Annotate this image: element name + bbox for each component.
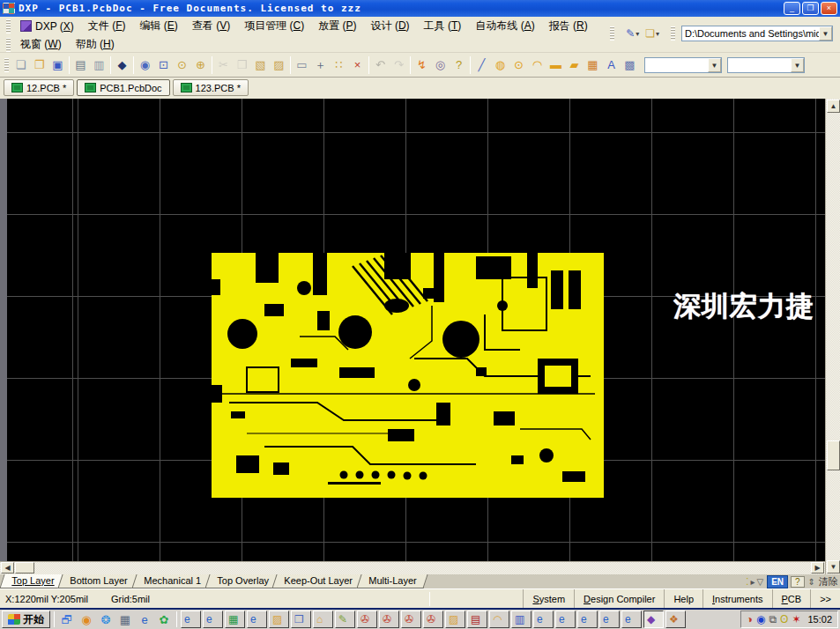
language-badge[interactable]: EN — [767, 575, 788, 588]
layer-tab-multi-layer[interactable]: Multi-Layer — [356, 574, 428, 588]
net-combo[interactable]: ▼ — [644, 57, 722, 73]
task-toolbox-3-button[interactable]: ✇ — [401, 610, 421, 628]
menu-item-a[interactable]: 自动布线 (A) — [468, 17, 541, 35]
print-button[interactable]: ▤ — [71, 56, 90, 74]
layer-tab-bottom-layer[interactable]: Bottom Layer — [58, 574, 140, 588]
document-tab[interactable]: 12.PCB * — [4, 79, 74, 96]
task-ie-5-button[interactable]: e — [555, 610, 576, 628]
paste-array-button[interactable]: ▨ — [270, 56, 288, 74]
tray-bulb-icon[interactable]: ʘ — [780, 614, 788, 625]
paste-button[interactable]: ▧ — [251, 56, 270, 74]
task-toolbox-4-button[interactable]: ✇ — [423, 610, 443, 628]
task-helmet-button[interactable]: ◠ — [489, 610, 509, 628]
menu-item-f[interactable]: 文件 (F) — [81, 17, 133, 35]
find-similar-button[interactable]: ◎ — [431, 56, 450, 74]
scroll-up-icon[interactable]: ▲ — [827, 100, 840, 113]
task-ie-3-button[interactable]: e — [247, 610, 267, 628]
status-panel-system[interactable]: System — [523, 589, 574, 608]
task-ie-4-button[interactable]: e — [533, 610, 554, 628]
place-via-button[interactable]: ⊙ — [509, 56, 528, 74]
task-toolbox-1-button[interactable]: ✇ — [357, 610, 377, 628]
horizontal-scrollbar[interactable]: ◀ ▶ — [0, 561, 825, 574]
task-folder-up-button[interactable]: ⌂ — [313, 610, 333, 628]
menu-item-t[interactable]: 工具 (T) — [417, 17, 469, 35]
show-desktop-icon[interactable]: 🗗 — [58, 610, 76, 628]
document-tab[interactable]: 123.PCB * — [173, 79, 249, 96]
help-badge-icon[interactable]: ? — [791, 576, 805, 588]
measure-tool-button[interactable]: ✎▾ — [623, 26, 642, 41]
status-panel--[interactable]: >> — [810, 589, 840, 608]
place-polygon-button[interactable]: ▰ — [565, 56, 584, 74]
layout-tool-button[interactable]: ❏▾ — [643, 26, 662, 41]
layer-tab-top-layer[interactable]: Top Layer — [0, 574, 66, 588]
place-fill-button[interactable]: ▬ — [546, 56, 565, 74]
menu-item-c[interactable]: 项目管理 (C) — [237, 17, 311, 35]
place-array-button[interactable]: ▦ — [584, 56, 602, 74]
task-folder-2-button[interactable]: ▨ — [445, 610, 465, 628]
close-button[interactable]: × — [821, 2, 837, 15]
restore-button[interactable]: ❐ — [802, 2, 819, 15]
net-combo-dropdown-icon[interactable]: ▼ — [708, 58, 721, 72]
menu-item-d[interactable]: 设计 (D) — [364, 17, 417, 35]
windows-update-icon[interactable]: ✿ — [155, 610, 173, 628]
calculator-icon[interactable]: ▦ — [116, 610, 134, 628]
tray-audio-wave-icon[interactable]: ◉ — [756, 614, 765, 625]
task-books-button[interactable]: ▤ — [467, 610, 487, 628]
pcb-canvas[interactable]: 深圳宏力捷 — [0, 99, 825, 561]
task-book-button[interactable]: ▥ — [511, 610, 532, 628]
task-paint-button[interactable]: ✎ — [335, 610, 355, 628]
browser-button[interactable]: ◆ — [113, 56, 131, 74]
task-spreadsheet-button[interactable]: ▦ — [225, 610, 245, 628]
status-panel-design-compiler[interactable]: Design Compiler — [574, 589, 664, 608]
tray-volume-icon[interactable]: ◑ — [747, 614, 753, 625]
place-component-button[interactable]: ▩ — [621, 56, 639, 74]
task-ie-8-button[interactable]: e — [621, 610, 642, 628]
move-button[interactable]: ＋ — [311, 56, 330, 74]
dropdown-arrow-icon[interactable]: ▾ — [656, 30, 659, 38]
task-dxp-button[interactable]: ◆ — [643, 610, 664, 628]
menu-item-h[interactable]: 帮助 (H) — [69, 35, 122, 54]
menu-item-r[interactable]: 报告 (R) — [542, 17, 595, 35]
menu-item-e[interactable]: 编辑 (E) — [133, 17, 185, 35]
component-combo[interactable]: ▼ — [727, 57, 805, 73]
scroll-left-icon[interactable]: ◀ — [1, 562, 14, 574]
task-ie-2-button[interactable]: e — [203, 610, 223, 628]
interactive-routing-button[interactable]: ↯ — [413, 56, 431, 74]
panel-splitter[interactable] — [0, 99, 7, 561]
status-panel-instruments[interactable]: Instruments — [702, 589, 771, 608]
zoom-document-button[interactable]: ◉ — [136, 56, 154, 74]
filter-icon[interactable]: ▽ — [755, 577, 764, 587]
title-bar[interactable]: DXP - PCB1.PcbDoc - Free Documents. Lice… — [0, 0, 840, 17]
open-button[interactable]: ❐ — [30, 56, 48, 74]
zoom-selected-button[interactable]: ⊙ — [173, 56, 191, 74]
address-combo[interactable]: D:\Documents and Settings\midea\桌面 ▼ — [681, 26, 833, 41]
menu-item-x[interactable]: DXP (X) — [13, 18, 81, 34]
vertical-scroll-thumb[interactable] — [827, 440, 840, 470]
layer-tab-keep-out-layer[interactable]: Keep-Out Layer — [272, 574, 365, 588]
media-player-icon[interactable]: ◉ — [78, 610, 95, 628]
vertical-scrollbar[interactable]: ▲ ▼ — [825, 99, 840, 574]
layer-tab-mechanical-1[interactable]: Mechanical 1 — [131, 574, 212, 588]
place-line-button[interactable]: ╱ — [472, 56, 491, 74]
address-combo-dropdown-icon[interactable]: ▼ — [819, 26, 832, 41]
whats-this-help-button[interactable]: ? — [450, 56, 468, 74]
new-document-button[interactable]: ❏ — [11, 56, 30, 74]
zoom-filtered-button[interactable]: ⊕ — [191, 56, 210, 74]
spinner-icon[interactable]: ⇕ — [807, 577, 816, 587]
task-toolbox-2-button[interactable]: ✇ — [379, 610, 399, 628]
menu-item-w[interactable]: 视窗 (W) — [13, 35, 69, 54]
menu-item-p[interactable]: 放置 (P) — [311, 17, 363, 35]
task-app-window-button[interactable]: ❒ — [291, 610, 311, 628]
status-panel-help[interactable]: Help — [664, 589, 702, 608]
start-button[interactable]: 开始 — [2, 610, 50, 628]
layer-tab-top-overlay[interactable]: Top Overlay — [204, 574, 280, 588]
select-area-button[interactable]: ▭ — [293, 56, 311, 74]
clear-selection-button[interactable]: × — [348, 56, 367, 74]
scroll-right-icon[interactable]: ▶ — [811, 562, 824, 574]
status-panel-pcb[interactable]: PCB — [772, 589, 811, 608]
task-ie-1-button[interactable]: e — [181, 610, 201, 628]
tray-scanner-icon[interactable]: ✶ — [792, 614, 800, 625]
print-preview-button[interactable]: ▥ — [90, 56, 108, 74]
save-button[interactable]: ▣ — [48, 56, 67, 74]
component-combo-dropdown-icon[interactable]: ▼ — [791, 58, 804, 72]
